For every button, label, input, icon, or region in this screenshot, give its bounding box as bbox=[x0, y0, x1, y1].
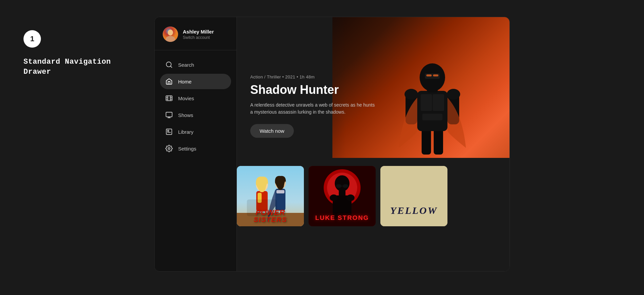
user-info: Ashley Miller Switch account bbox=[183, 29, 214, 40]
svg-rect-54 bbox=[380, 166, 447, 226]
thumbnails-row: POWER SISTERS bbox=[237, 158, 509, 271]
watch-now-button[interactable]: Watch now bbox=[250, 124, 294, 138]
svg-rect-48 bbox=[343, 184, 348, 188]
sidebar-item-movies-label: Movies bbox=[178, 96, 194, 101]
svg-point-52 bbox=[330, 194, 338, 201]
hero-meta: Action / Thriller • 2021 • 1h 48m bbox=[250, 74, 378, 79]
svg-rect-41 bbox=[276, 190, 284, 193]
svg-rect-33 bbox=[433, 74, 438, 76]
svg-rect-23 bbox=[433, 94, 444, 111]
panel-title: Standard Navigation Drawer bbox=[23, 57, 144, 77]
sidebar-item-library-label: Library bbox=[178, 129, 194, 135]
svg-line-6 bbox=[170, 66, 172, 67]
yellow-title: YELLOW bbox=[380, 205, 447, 216]
svg-point-46 bbox=[335, 175, 350, 191]
sidebar: Ashley Miller Switch account Search bbox=[155, 17, 237, 271]
svg-rect-14 bbox=[166, 112, 172, 117]
sidebar-item-library[interactable]: Library bbox=[160, 124, 231, 139]
app-window: Ashley Miller Switch account Search bbox=[154, 17, 510, 272]
sidebar-item-home[interactable]: Home bbox=[160, 74, 231, 89]
sidebar-item-search-label: Search bbox=[178, 62, 194, 68]
user-profile[interactable]: Ashley Miller Switch account bbox=[155, 17, 236, 50]
thumbnail-luke-strong[interactable]: LUKE STRONG bbox=[309, 166, 376, 226]
library-icon bbox=[165, 128, 173, 135]
svg-point-3 bbox=[168, 30, 173, 36]
thumbnail-yellow[interactable]: YELLOW bbox=[380, 166, 447, 226]
home-icon bbox=[165, 78, 173, 85]
hero-section: Action / Thriller • 2021 • 1h 48m Shadow… bbox=[237, 17, 509, 158]
search-icon bbox=[165, 61, 173, 68]
sidebar-item-settings[interactable]: Settings bbox=[160, 141, 231, 156]
svg-rect-24 bbox=[422, 114, 442, 120]
nav-section: Search Home bbox=[155, 50, 236, 271]
sidebar-item-shows-label: Shows bbox=[178, 112, 193, 118]
sidebar-item-shows[interactable]: Shows bbox=[160, 107, 231, 123]
svg-rect-19 bbox=[422, 128, 431, 155]
hero-content: Action / Thriller • 2021 • 1h 48m Shadow… bbox=[250, 74, 378, 138]
svg-rect-22 bbox=[421, 94, 432, 111]
luke-strong-title: LUKE STRONG bbox=[309, 214, 376, 222]
svg-rect-16 bbox=[167, 130, 169, 131]
sidebar-item-movies[interactable]: Movies bbox=[160, 91, 231, 106]
sidebar-item-search[interactable]: Search bbox=[160, 57, 231, 72]
svg-rect-47 bbox=[336, 184, 341, 188]
shows-icon bbox=[165, 111, 173, 119]
left-panel: 1 Standard Navigation Drawer bbox=[13, 17, 154, 90]
hero-description: A relentless detective unravels a web of… bbox=[250, 102, 378, 116]
avatar bbox=[163, 26, 178, 42]
svg-rect-15 bbox=[166, 129, 172, 135]
svg-point-18 bbox=[168, 148, 170, 150]
step-badge: 1 bbox=[23, 30, 41, 48]
user-name: Ashley Miller bbox=[183, 29, 214, 35]
svg-point-27 bbox=[405, 89, 418, 100]
svg-rect-20 bbox=[434, 128, 443, 155]
hero-title: Shadow Hunter bbox=[250, 83, 378, 97]
sidebar-item-home-label: Home bbox=[178, 79, 192, 84]
svg-rect-50 bbox=[339, 191, 345, 196]
svg-rect-7 bbox=[166, 96, 172, 101]
settings-icon bbox=[165, 145, 173, 152]
thumbnail-power-sisters[interactable]: POWER SISTERS bbox=[237, 166, 304, 226]
movies-icon bbox=[165, 95, 173, 102]
outer-container: 1 Standard Navigation Drawer bbox=[13, 17, 631, 278]
svg-point-28 bbox=[447, 89, 460, 100]
svg-rect-32 bbox=[426, 74, 432, 76]
svg-point-53 bbox=[346, 194, 355, 201]
switch-account-text: Switch account bbox=[183, 35, 214, 40]
hero-figure bbox=[375, 17, 489, 158]
sidebar-item-settings-label: Settings bbox=[178, 146, 196, 152]
main-content: Action / Thriller • 2021 • 1h 48m Shadow… bbox=[237, 17, 509, 271]
